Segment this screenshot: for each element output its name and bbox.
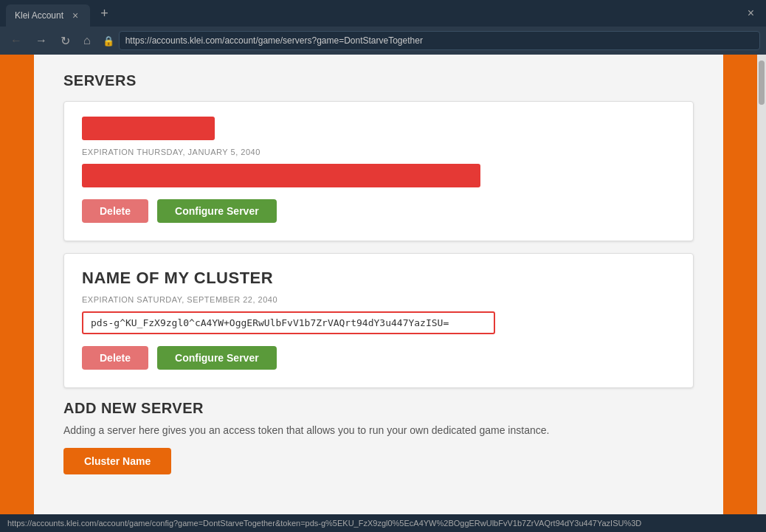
tab-close-icon[interactable]: × — [69, 8, 81, 23]
nav-bar: ← → ↻ ⌂ 🔒 https://accounts.klei.com/acco… — [0, 27, 766, 55]
reload-button[interactable]: ↻ — [56, 31, 75, 51]
new-tab-icon[interactable]: + — [96, 6, 113, 21]
content-area: SERVERS EXPIRATION THURSDAY, JANUARY 5, … — [34, 55, 723, 514]
server2-configure-button[interactable]: Configure Server — [157, 346, 277, 370]
page-wrapper: SERVERS EXPIRATION THURSDAY, JANUARY 5, … — [0, 55, 766, 514]
add-server-description: Adding a server here gives you an access… — [63, 424, 694, 436]
scrollbar[interactable] — [757, 55, 766, 514]
cluster-name-button[interactable]: Cluster Name — [63, 448, 171, 474]
status-bar: https://accounts.klei.com/account/game/c… — [0, 514, 766, 532]
server1-name-bar — [82, 117, 215, 140]
server-card-1: EXPIRATION THURSDAY, JANUARY 5, 2040 Del… — [63, 101, 694, 241]
server2-btn-row: Delete Configure Server — [82, 346, 675, 370]
forward-button[interactable]: → — [31, 31, 52, 50]
server2-token[interactable]: pds-g^KU_FzX9zgl0^cA4YW+OggERwUlbFvV1b7Z… — [82, 311, 495, 334]
title-bar: Klei Account × + × — [0, 0, 766, 27]
server1-expiration: EXPIRATION THURSDAY, JANUARY 5, 2040 — [82, 148, 675, 156]
address-bar[interactable]: https://accounts.klei.com/account/game/s… — [119, 31, 760, 50]
server1-configure-button[interactable]: Configure Server — [157, 199, 277, 223]
add-server-title: ADD NEW SERVER — [63, 400, 694, 417]
server1-token-bar — [82, 164, 480, 187]
scrollbar-thumb[interactable] — [759, 61, 765, 105]
url-text: https://accounts.klei.com/account/game/s… — [125, 35, 423, 46]
server1-btn-row: Delete Configure Server — [82, 199, 675, 223]
server2-name: NAME OF MY CLUSTER — [82, 269, 675, 288]
servers-section-title: SERVERS — [63, 72, 694, 89]
server-card-2: NAME OF MY CLUSTER EXPIRATION SATURDAY, … — [63, 253, 694, 388]
server1-delete-button[interactable]: Delete — [82, 199, 148, 223]
home-button[interactable]: ⌂ — [79, 31, 95, 50]
back-button[interactable]: ← — [6, 31, 27, 50]
tab-title: Klei Account — [15, 10, 63, 21]
lock-icon: 🔒 — [103, 35, 114, 46]
server2-expiration: EXPIRATION SATURDAY, SEPTEMBER 22, 2040 — [82, 295, 675, 304]
browser-tab[interactable]: Klei Account × — [6, 4, 90, 27]
status-url: https://accounts.klei.com/account/game/c… — [7, 519, 641, 528]
close-window-icon[interactable]: × — [748, 7, 760, 20]
server2-delete-button[interactable]: Delete — [82, 346, 148, 370]
browser-chrome: Klei Account × + × ← → ↻ ⌂ 🔒 https://acc… — [0, 0, 766, 55]
